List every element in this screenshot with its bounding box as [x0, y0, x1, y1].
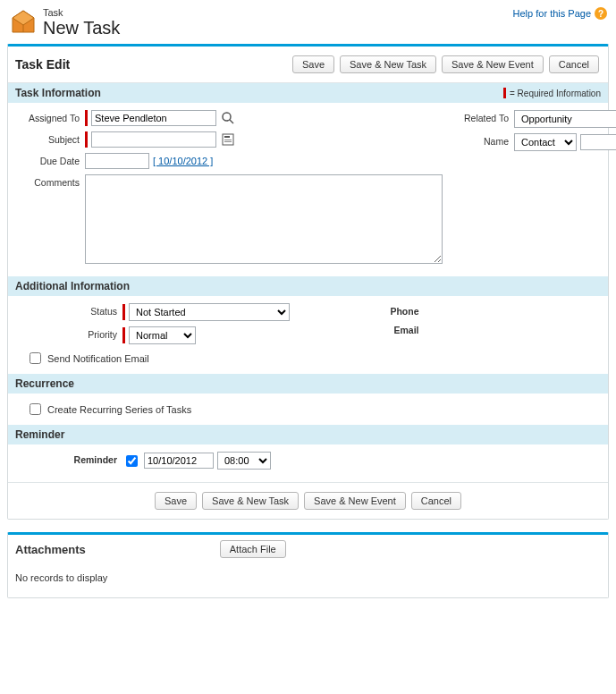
label-send-notification: Send Notification Email — [47, 353, 149, 364]
svg-line-4 — [230, 120, 233, 123]
reminder-time-select[interactable]: 08:00 — [217, 452, 271, 470]
label-comments: Comments — [15, 174, 85, 188]
due-date-input[interactable] — [85, 153, 149, 169]
attachments-panel: Attachments Attach File No records to di… — [7, 532, 609, 598]
comments-textarea[interactable] — [85, 174, 443, 264]
save-new-event-button-bottom[interactable]: Save & New Event — [304, 492, 406, 510]
required-bar-icon — [122, 304, 125, 320]
status-select[interactable]: Not Started — [129, 303, 290, 321]
label-related-to: Related To — [460, 110, 514, 123]
related-to-type-select[interactable]: Opportunity — [514, 110, 616, 128]
attachments-empty-text: No records to display — [8, 563, 608, 597]
label-status: Status — [15, 303, 122, 317]
required-mark-icon — [503, 88, 506, 98]
help-icon: ? — [595, 7, 607, 20]
reminder-checkbox[interactable] — [126, 455, 138, 467]
cancel-button-top[interactable]: Cancel — [549, 55, 599, 73]
attachments-title: Attachments — [15, 543, 86, 556]
lookup-icon[interactable] — [220, 110, 236, 126]
section-task-information: Task Information = Required Information — [8, 83, 608, 103]
label-email: Email — [317, 322, 425, 335]
name-type-select[interactable]: Contact — [514, 133, 577, 151]
help-link[interactable]: Help for this Page ? — [513, 7, 607, 20]
svg-rect-7 — [224, 140, 232, 140]
section-reminder: Reminder — [8, 425, 608, 444]
save-button-top[interactable]: Save — [292, 55, 334, 73]
label-reminder: Reminder — [15, 452, 122, 465]
section-recurrence: Recurrence — [8, 374, 608, 394]
save-new-event-button-top[interactable]: Save & New Event — [442, 55, 544, 73]
name-input[interactable] — [580, 134, 616, 150]
label-name: Name — [460, 133, 514, 147]
assigned-to-input[interactable] — [91, 110, 216, 126]
svg-rect-8 — [224, 141, 232, 142]
task-edit-panel: Task Edit Save Save & New Task Save & Ne… — [7, 44, 609, 520]
label-assigned-to: Assigned To — [15, 110, 85, 123]
cancel-button-bottom[interactable]: Cancel — [411, 492, 461, 510]
due-date-shortcut-link[interactable]: [ 10/10/2012 ] — [153, 156, 213, 166]
attach-file-button[interactable]: Attach File — [220, 540, 286, 558]
panel-title: Task Edit — [15, 57, 70, 72]
section-additional-information: Additional Information — [8, 276, 608, 296]
subject-picker-icon[interactable] — [220, 131, 236, 148]
save-button-bottom[interactable]: Save — [155, 492, 197, 510]
label-recurring: Create Recurring Series of Tasks — [47, 404, 191, 415]
required-bar-icon — [85, 110, 88, 126]
page-subtitle: Task — [43, 7, 120, 18]
reminder-date-input[interactable] — [144, 453, 214, 469]
required-bar-icon — [85, 131, 88, 148]
label-priority: Priority — [15, 326, 122, 340]
svg-rect-6 — [224, 136, 230, 138]
send-notification-checkbox[interactable] — [30, 352, 41, 364]
save-new-task-button-bottom[interactable]: Save & New Task — [202, 492, 299, 510]
save-new-task-button-top[interactable]: Save & New Task — [340, 55, 436, 73]
label-due-date: Due Date — [15, 153, 85, 166]
label-phone: Phone — [317, 303, 425, 317]
task-box-icon — [9, 7, 38, 36]
required-hint: = Required Information — [503, 88, 601, 98]
required-bar-icon — [122, 327, 125, 343]
page-title: New Task — [43, 18, 120, 38]
recurring-checkbox[interactable] — [30, 403, 41, 415]
svg-point-3 — [223, 113, 231, 121]
label-subject: Subject — [15, 131, 85, 145]
subject-input[interactable] — [91, 131, 216, 148]
priority-select[interactable]: Normal — [129, 326, 196, 344]
